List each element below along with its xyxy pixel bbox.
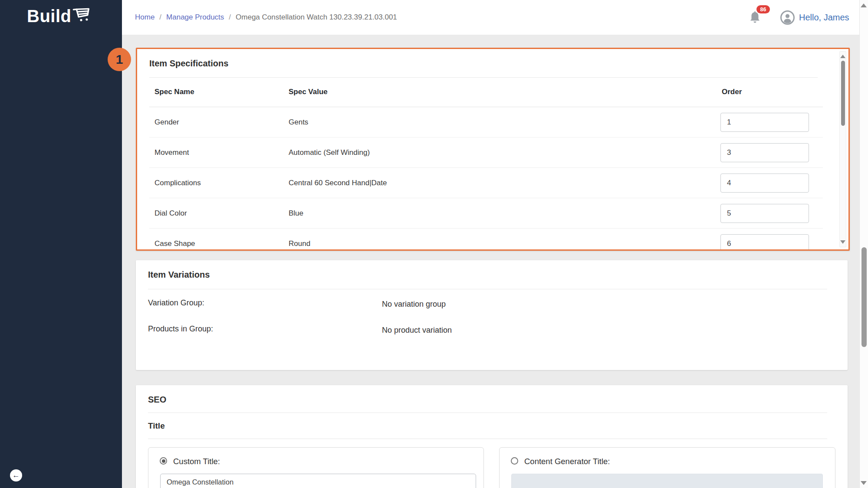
column-header-spec-name: Spec Name	[155, 88, 194, 96]
spec-name: Complications	[155, 179, 201, 187]
content-generator-title-label: Content Generator Title:	[524, 457, 610, 466]
variation-group-value: No variation group	[382, 300, 446, 309]
scroll-up-icon[interactable]	[861, 3, 867, 7]
divider	[148, 289, 827, 289]
table-row: Movement Automatic (Self Winding)	[149, 138, 823, 168]
spec-name: Gender	[155, 118, 179, 127]
divider	[148, 439, 827, 439]
order-input[interactable]	[720, 234, 809, 251]
spec-name: Case Shape	[155, 239, 195, 248]
custom-title-input[interactable]	[160, 474, 476, 488]
spec-name: Movement	[155, 148, 189, 157]
variation-group-label: Variation Group:	[148, 298, 204, 308]
seo-title: SEO	[148, 395, 166, 405]
spec-value: Central 60 Second Hand|Date	[289, 179, 387, 187]
table-row: Dial Color Blue	[149, 198, 823, 229]
page-scrollbar[interactable]	[859, 0, 868, 488]
panel-scrollbar[interactable]	[839, 51, 846, 247]
breadcrumb-separator: /	[159, 13, 161, 22]
app-logo[interactable]: Build	[27, 6, 92, 26]
table-row: Complications Central 60 Second Hand|Dat…	[149, 168, 823, 198]
breadcrumb-separator: /	[229, 13, 231, 22]
app-logo-text: Build	[27, 7, 71, 26]
breadcrumb: Home / Manage Products / Omega Constella…	[135, 0, 397, 35]
scroll-down-icon[interactable]	[861, 481, 867, 485]
user-avatar[interactable]	[780, 10, 795, 25]
spec-table: Spec Name Spec Value Order Gender Gents …	[137, 77, 835, 251]
item-specifications-panel: Item Specifications Spec Name Spec Value…	[136, 48, 850, 251]
seo-subtitle-title: Title	[148, 421, 165, 431]
table-row: Gender Gents	[149, 107, 823, 138]
top-header: Home / Manage Products / Omega Constella…	[122, 0, 859, 35]
content-generator-title-box: Content Generator Title:	[499, 447, 835, 488]
spec-value: Round	[289, 239, 310, 248]
column-header-spec-value: Spec Value	[289, 88, 328, 96]
order-input[interactable]	[720, 204, 809, 223]
spec-name: Dial Color	[155, 209, 187, 218]
scroll-up-icon[interactable]	[840, 55, 845, 58]
item-variations-title: Item Variations	[148, 270, 210, 280]
seo-panel: SEO Title Custom Title: Content Generato…	[136, 385, 848, 488]
spec-table-header-row: Spec Name Spec Value Order	[149, 77, 823, 107]
panel-scrollbar-thumb[interactable]	[841, 61, 845, 126]
user-greeting-link[interactable]: Hello, James	[799, 0, 849, 35]
spec-value: Gents	[289, 118, 308, 127]
products-in-group-value: No product variation	[382, 326, 452, 335]
breadcrumb-current-product: Omega Constellation Watch 130.23.39.21.0…	[236, 13, 397, 22]
item-specifications-title: Item Specifications	[149, 59, 228, 69]
custom-title-label: Custom Title:	[173, 457, 220, 466]
products-in-group-label: Products in Group:	[148, 324, 213, 334]
custom-title-box: Custom Title:	[148, 447, 484, 488]
shopping-cart-icon	[72, 5, 93, 27]
column-header-order: Order	[722, 88, 742, 96]
breadcrumb-home[interactable]: Home	[135, 13, 155, 22]
notification-count-badge: 86	[756, 5, 770, 13]
item-variations-panel: Item Variations Variation Group: No vari…	[136, 260, 848, 370]
breadcrumb-manage-products[interactable]: Manage Products	[166, 13, 224, 22]
step-annotation-badge: 1	[108, 48, 131, 71]
page-scrollbar-thumb[interactable]	[861, 247, 867, 347]
custom-title-radio[interactable]	[160, 457, 167, 465]
spec-value: Blue	[289, 209, 303, 218]
order-input[interactable]	[720, 143, 809, 162]
scroll-down-icon[interactable]	[840, 240, 845, 244]
collapse-sidebar-button[interactable]: ←	[10, 469, 22, 481]
order-input[interactable]	[720, 113, 809, 132]
content-generator-title-radio[interactable]	[511, 457, 518, 465]
spec-value: Automatic (Self Winding)	[289, 148, 370, 157]
table-row: Case Shape Round	[149, 229, 823, 251]
content-generator-title-input[interactable]	[511, 474, 823, 488]
sidebar: Build ←	[0, 0, 122, 488]
divider	[148, 413, 827, 413]
notifications-button[interactable]: 86	[749, 5, 775, 29]
bell-icon	[749, 11, 761, 26]
order-input[interactable]	[720, 174, 809, 193]
